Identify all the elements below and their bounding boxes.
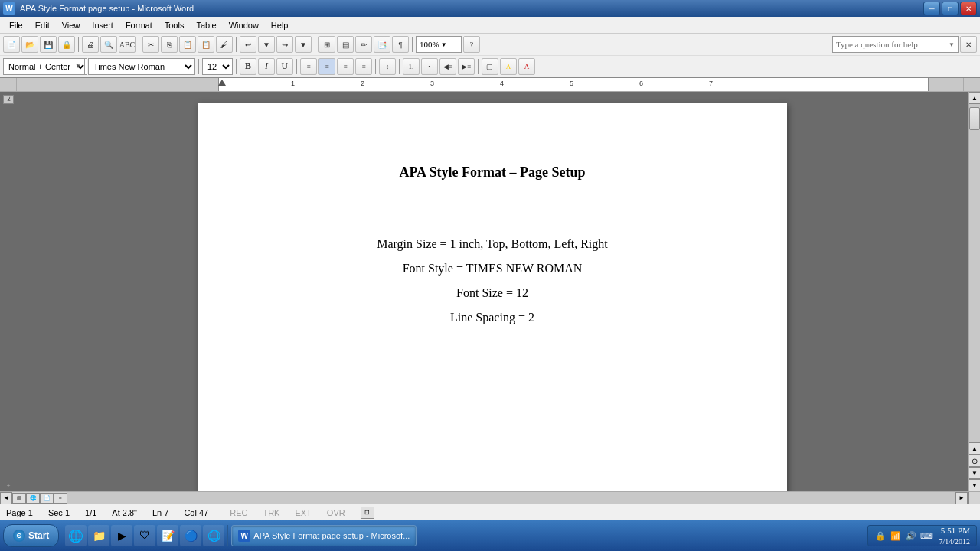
paste-button[interactable]: 📋 [179,36,196,53]
ruler-indent-marker[interactable] [218,80,226,86]
menu-edit[interactable]: Edit [29,19,56,31]
justify-button[interactable]: ≡ [355,58,372,75]
save-button[interactable]: 💾 [40,36,57,53]
permission-button[interactable]: 🔒 [58,36,75,53]
close-help-button[interactable]: ✕ [960,36,977,53]
tray-volume-icon[interactable]: 🔊 [905,530,917,542]
scroll-up-button[interactable]: ▲ [969,92,980,104]
hscroll-left-button[interactable]: ◄ [0,492,12,504]
sep5 [412,37,413,52]
toolbar-row1: 📄 📂 💾 🔒 🖨 🔍 ABC ✂ ⎘ 📋 📋 🖌 ↩ ▼ ↪ ▼ ⊞ ▤ ✏ … [0,34,980,55]
outline-view-button[interactable]: ≡ [54,493,67,504]
scroll-next-page[interactable]: ▼ [969,467,980,479]
docmap-button[interactable]: 📑 [374,36,390,53]
cut-button[interactable]: ✂ [142,36,159,53]
decrease-indent-button[interactable]: ◀≡ [439,58,456,75]
ruler-gray-right [929,78,963,91]
border-button[interactable]: ▢ [482,58,498,75]
folder-quicklaunch[interactable]: 📁 [88,525,109,546]
bold-button[interactable]: B [240,58,256,75]
web-view-button[interactable]: 🌐 [26,493,40,504]
close-button[interactable]: ✕ [960,2,977,15]
scroll-prev-page[interactable]: ▲ [969,442,980,455]
chrome-quicklaunch[interactable]: 🔵 [180,525,201,546]
menu-insert[interactable]: Insert [86,19,119,31]
numbering-button[interactable]: 1. [403,58,420,75]
ruler-right [963,78,980,91]
word-quicklaunch[interactable]: 📝 [157,525,178,546]
document-area[interactable]: APA Style Format – Page Setup Margin Siz… [17,92,968,491]
status-at: At 2.8" [112,508,137,517]
hscroll-right-button[interactable]: ► [956,492,968,504]
redo-button[interactable]: ↪ [276,36,293,53]
word-taskbar-button[interactable]: W APA Style Format page setup - Microsof… [231,525,416,546]
size-dropdown[interactable]: 12 10 11 14 [202,58,233,75]
help-search-input[interactable]: Type a question for help ▼ [832,36,959,53]
menu-table[interactable]: Table [190,19,222,31]
print-button[interactable]: 🖨 [82,36,99,53]
explorer-quicklaunch[interactable]: 🌐 [203,525,224,546]
open-button[interactable]: 📂 [21,36,38,53]
menu-view[interactable]: View [56,19,87,31]
status-macro-btn[interactable]: ⊡ [361,507,374,519]
menu-help[interactable]: Help [265,19,295,31]
font-dropdown[interactable]: Times New Roman Arial Calibri [88,58,195,75]
print-preview-button[interactable]: 🔍 [100,36,117,53]
menu-file[interactable]: File [3,19,29,31]
drawing-button[interactable]: ✏ [355,36,372,53]
line-spacing-button[interactable]: ↕ [379,58,396,75]
help-button[interactable]: ? [463,36,480,53]
columns-button[interactable]: ▤ [337,36,354,53]
copy-button[interactable]: ⎘ [161,36,178,53]
format-painter-button[interactable]: 🖌 [216,36,233,53]
start-button[interactable]: ⊙ Start [3,524,59,547]
spell-button[interactable]: ABC [119,36,136,53]
bullets-button[interactable]: • [421,58,438,75]
align-left-button[interactable]: ≡ [300,58,317,75]
paste-special-button[interactable]: 📋 [198,36,214,53]
undo-button[interactable]: ↩ [240,36,256,53]
zoom-dropdown-icon[interactable]: ▼ [441,41,447,48]
zoom-input[interactable]: 100%▼ [416,36,462,53]
table-button[interactable]: ⊞ [318,36,335,53]
ruler-num-4: 4 [500,80,504,87]
increase-indent-button[interactable]: ▶≡ [458,58,475,75]
scroll-thumb[interactable] [969,107,980,130]
print-view-button[interactable]: 📄 [40,493,54,504]
align-right-button[interactable]: ≡ [337,58,354,75]
antivirus-quicklaunch[interactable]: 🛡 [134,525,155,546]
maximize-button[interactable]: □ [942,2,959,15]
menu-tools[interactable]: Tools [158,19,191,31]
scroll-down-button[interactable]: ▼ [969,479,980,491]
hscroll-track[interactable] [67,492,956,504]
italic-button[interactable]: I [258,58,275,75]
underline-button[interactable]: U [276,58,293,75]
redo-dropdown[interactable]: ▼ [295,36,312,53]
undo-dropdown[interactable]: ▼ [258,36,275,53]
minimize-button[interactable]: ─ [923,2,940,15]
line-4: Line Spacing = 2 [271,305,714,330]
ie-quicklaunch[interactable]: 🌐 [65,525,87,546]
tray-keyboard-icon[interactable]: ⌨ [920,530,933,542]
help-search-dropdown[interactable]: ▼ [949,41,955,48]
tray-network-icon[interactable]: 📶 [890,530,902,542]
highlight-button[interactable]: A [500,58,517,75]
left-sidebar: ⊻ + [0,92,17,491]
status-page: Page 1 [6,508,33,517]
scroll-track[interactable] [969,104,980,442]
clock-date: 7/14/2012 [939,536,970,546]
align-center-button[interactable]: ≡ [318,58,335,75]
clock-area[interactable]: 5:51 PM 7/14/2012 [939,525,970,546]
media-quicklaunch[interactable]: ▶ [111,525,132,546]
menu-format[interactable]: Format [119,19,158,31]
scroll-object-select[interactable]: ⊙ [969,455,980,467]
show-hide-button[interactable]: ¶ [392,36,409,53]
font-color-button[interactable]: A [518,58,535,75]
menu-window[interactable]: Window [223,19,265,31]
sep3 [236,37,237,52]
tray-security-icon[interactable]: 🔒 [874,530,887,542]
horizontal-scrollbar: ◄ ▤ 🌐 📄 ≡ ► [0,491,980,504]
style-dropdown[interactable]: Normal + Center Normal Heading 1 [3,58,87,75]
new-button[interactable]: 📄 [3,36,20,53]
normal-view-button[interactable]: ▤ [12,493,26,504]
